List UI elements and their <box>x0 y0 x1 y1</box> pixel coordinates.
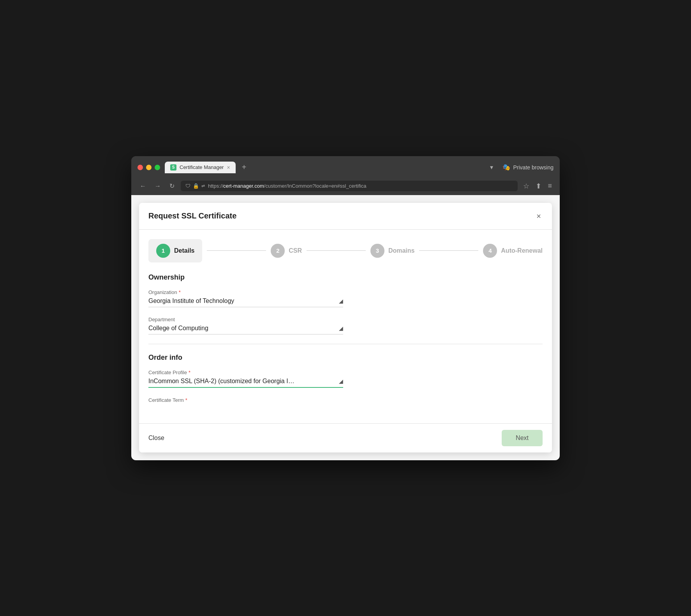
department-value: College of Computing <box>148 325 339 332</box>
certificate-profile-dropdown-arrow: ◢ <box>339 378 343 384</box>
certificate-term-field-group: Certificate Term * <box>148 397 543 403</box>
lock-icon: 🔒 <box>193 183 199 189</box>
certificate-profile-field-group: Certificate Profile * InCommon SSL (SHA-… <box>148 370 543 388</box>
department-dropdown-arrow: ◢ <box>339 325 343 331</box>
step-3: 3 Domains <box>370 244 415 258</box>
tab-favicon: S <box>170 164 176 171</box>
department-select[interactable]: College of Computing ◢ <box>148 325 343 334</box>
step-3-circle: 3 <box>370 244 384 258</box>
toolbar-actions: ☆ ⬆ ≡ <box>522 180 554 192</box>
private-browsing-indicator: 🎭 Private browsing <box>502 164 554 171</box>
tab-bar: S Certificate Manager × + ▾ 🎭 Private br… <box>165 162 554 173</box>
back-button[interactable]: ← <box>137 181 148 191</box>
share-button[interactable]: ⬆ <box>534 180 543 192</box>
organization-select[interactable]: Georgia Institute of Technology ◢ <box>148 297 343 307</box>
step-1-wrapper: 1 Details <box>148 239 202 262</box>
browser-window: S Certificate Manager × + ▾ 🎭 Private br… <box>131 156 560 460</box>
new-tab-button[interactable]: + <box>239 163 250 172</box>
step-4: 4 Auto-Renewal <box>483 244 543 258</box>
modal-overlay: Request SSL Certificate × 1 Details 2 <box>139 203 552 452</box>
tab-close-button[interactable]: × <box>227 165 230 170</box>
traffic-light-red[interactable] <box>137 165 143 170</box>
modal-header: Request SSL Certificate × <box>139 203 552 230</box>
step-3-label: Domains <box>388 247 415 254</box>
stepper: 1 Details 2 CSR 3 Doma <box>139 230 552 262</box>
address-security-icons: 🛡 🔒 ⇌ <box>185 183 205 189</box>
step-connector-2-3 <box>307 250 366 251</box>
connection-icon: ⇌ <box>201 183 205 188</box>
ownership-section-title: Ownership <box>148 273 543 282</box>
certificate-profile-value: InCommon SSL (SHA-2) (customized for Geo… <box>148 378 339 385</box>
organization-field-group: Organization * Georgia Institute of Tech… <box>148 289 543 307</box>
step-4-label: Auto-Renewal <box>501 247 543 254</box>
certificate-term-label: Certificate Term * <box>148 397 543 403</box>
step-4-circle: 4 <box>483 244 497 258</box>
modal-footer: Close Next <box>139 423 552 452</box>
private-browsing-icon: 🎭 <box>502 164 510 171</box>
step-connector-3-4 <box>419 250 478 251</box>
department-label: Department <box>148 317 543 322</box>
step-2: 2 CSR <box>271 244 302 258</box>
organization-dropdown-arrow: ◢ <box>339 298 343 304</box>
certificate-profile-required-star: * <box>189 370 190 375</box>
step-1-label: Details <box>174 247 194 254</box>
organization-value: Georgia Institute of Technology <box>148 297 339 304</box>
step-1-circle: 1 <box>156 244 170 258</box>
step-connector-1-2 <box>207 250 266 251</box>
browser-toolbar: ← → ↻ 🛡 🔒 ⇌ https://cert-manager.com/cus… <box>131 177 560 195</box>
section-divider <box>148 344 543 344</box>
order-info-section-title: Order info <box>148 354 543 362</box>
forward-button[interactable]: → <box>152 181 163 191</box>
certificate-profile-label: Certificate Profile * <box>148 370 543 375</box>
step-2-label: CSR <box>289 247 302 254</box>
url-display: https://cert-manager.com/customer/InComm… <box>208 183 513 189</box>
tab-title: Certificate Manager <box>180 164 224 170</box>
organization-required-star: * <box>179 289 181 295</box>
certificate-term-required-star: * <box>185 397 187 403</box>
step-1: 1 Details <box>156 244 194 258</box>
address-bar[interactable]: 🛡 🔒 ⇌ https://cert-manager.com/customer/… <box>181 181 518 191</box>
modal-body: Ownership Organization * Georgia Institu… <box>139 262 552 423</box>
organization-label: Organization * <box>148 289 543 295</box>
menu-button[interactable]: ≡ <box>546 180 554 192</box>
star-button[interactable]: ☆ <box>522 180 531 192</box>
browser-content: Request SSL Certificate × 1 Details 2 <box>131 195 560 460</box>
tab-dropdown-button[interactable]: ▾ <box>487 164 496 171</box>
step-2-circle: 2 <box>271 244 285 258</box>
refresh-button[interactable]: ↻ <box>167 181 177 191</box>
modal-close-button[interactable]: × <box>535 211 543 222</box>
browser-titlebar: S Certificate Manager × + ▾ 🎭 Private br… <box>131 156 560 177</box>
traffic-lights <box>137 165 160 170</box>
traffic-light-green[interactable] <box>155 165 160 170</box>
active-tab[interactable]: S Certificate Manager × <box>165 162 236 173</box>
department-field-group: Department College of Computing ◢ <box>148 317 543 334</box>
next-button[interactable]: Next <box>502 430 543 446</box>
certificate-profile-select[interactable]: InCommon SSL (SHA-2) (customized for Geo… <box>148 378 343 388</box>
close-button[interactable]: Close <box>148 431 164 445</box>
modal-title: Request SSL Certificate <box>148 211 236 220</box>
traffic-light-yellow[interactable] <box>146 165 152 170</box>
shield-icon: 🛡 <box>185 183 190 189</box>
